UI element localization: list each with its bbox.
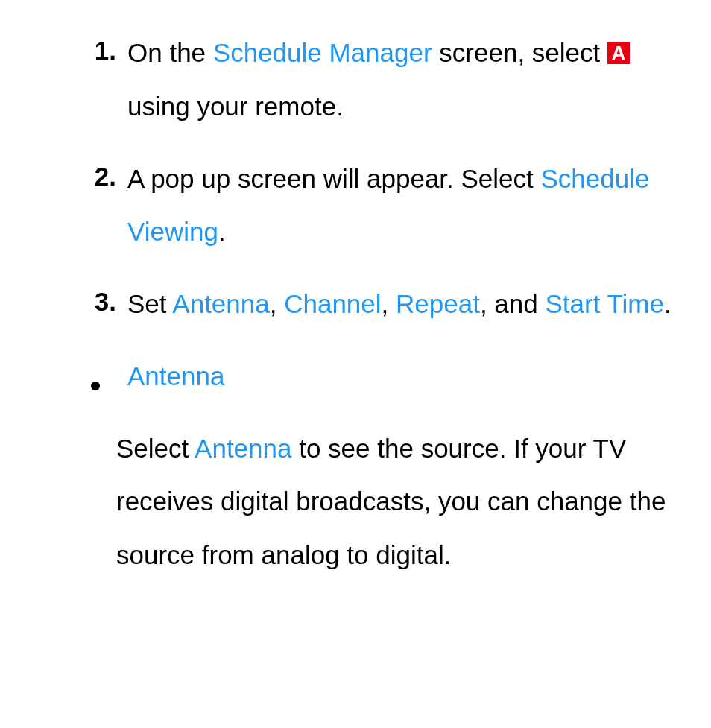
- step-2-marker: 2.: [75, 152, 127, 259]
- start-time-term: Start Time: [545, 289, 663, 318]
- text: ,: [270, 289, 284, 318]
- bullet-antenna: Antenna: [75, 349, 681, 403]
- step-3: 3. Set Antenna, Channel, Repeat, and Sta…: [75, 277, 681, 331]
- bullet-marker: [75, 349, 127, 403]
- step-1-content: On the Schedule Manager screen, select A…: [127, 26, 681, 133]
- channel-term: Channel: [284, 289, 381, 318]
- text: On the: [127, 38, 213, 67]
- step-1: 1. On the Schedule Manager screen, selec…: [75, 26, 681, 133]
- repeat-term: Repeat: [396, 289, 480, 318]
- antenna-term-body: Antenna: [195, 434, 291, 463]
- text: .: [664, 289, 672, 318]
- document-page: 1. On the Schedule Manager screen, selec…: [0, 0, 711, 728]
- antenna-term: Antenna: [172, 289, 269, 318]
- step-2-content: A pop up screen will appear. Select Sche…: [127, 152, 681, 259]
- text: using your remote.: [127, 92, 344, 121]
- step-1-marker: 1.: [75, 26, 127, 133]
- text: .: [218, 217, 226, 246]
- text: , and: [480, 289, 546, 318]
- text: Set: [127, 289, 172, 318]
- text: screen, select: [432, 38, 607, 67]
- step-3-content: Set Antenna, Channel, Repeat, and Start …: [127, 277, 681, 331]
- step-2: 2. A pop up screen will appear. Select S…: [75, 152, 681, 259]
- text: Select: [116, 434, 195, 463]
- bullet-dot-icon: [91, 382, 100, 390]
- bullet-content: Antenna: [127, 349, 681, 403]
- schedule-manager-term: Schedule Manager: [213, 38, 432, 67]
- antenna-heading: Antenna: [127, 361, 224, 390]
- text: A pop up screen will appear. Select: [127, 164, 541, 193]
- step-3-marker: 3.: [75, 277, 127, 331]
- remote-a-button-icon: A: [607, 42, 630, 64]
- text: ,: [382, 289, 396, 318]
- bullet-body: Select Antenna to see the source. If you…: [116, 422, 681, 582]
